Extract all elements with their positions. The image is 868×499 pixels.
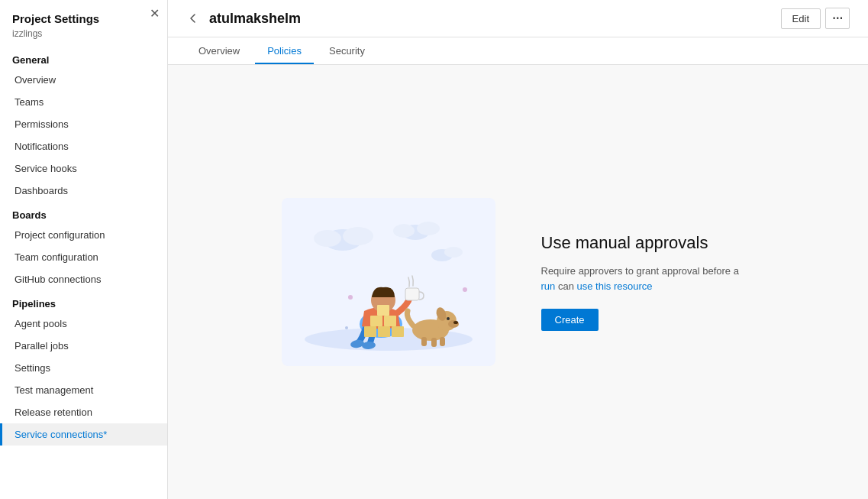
close-icon[interactable]: ✕ — [150, 6, 160, 21]
sidebar-title: Project Settings — [0, 3, 167, 28]
svg-point-8 — [444, 247, 463, 258]
topbar: atulmakshelm Edit ⋯ — [168, 0, 868, 37]
sidebar-item-overview[interactable]: Overview — [0, 69, 167, 91]
sidebar-item-service-hooks[interactable]: Service hooks — [0, 157, 167, 180]
desc-run-link[interactable]: run — [541, 280, 556, 292]
svg-point-3 — [314, 230, 341, 247]
svg-point-26 — [447, 317, 450, 320]
empty-state: Use manual approvals Require approvers t… — [282, 198, 755, 366]
tab-security[interactable]: Security — [317, 37, 377, 64]
tabs-bar: Overview Policies Security — [168, 37, 868, 65]
sidebar-item-project-configuration[interactable]: Project configuration — [0, 224, 167, 246]
main-content: atulmakshelm Edit ⋯ Overview Policies Se… — [168, 0, 868, 499]
sidebar-item-github-connections[interactable]: GitHub connections — [0, 268, 167, 290]
svg-rect-19 — [384, 316, 396, 326]
svg-point-5 — [417, 222, 440, 235]
sidebar-subtitle: izzlings — [0, 28, 167, 47]
sidebar-item-parallel-jobs[interactable]: Parallel jobs — [0, 335, 167, 357]
svg-rect-15 — [364, 326, 376, 337]
section-label-pipelines: Pipelines — [0, 290, 167, 313]
svg-rect-29 — [440, 337, 445, 346]
tab-overview[interactable]: Overview — [186, 37, 252, 64]
more-options-button[interactable]: ⋯ — [825, 8, 850, 29]
empty-state-illustration — [282, 198, 495, 366]
more-icon: ⋯ — [832, 12, 843, 24]
svg-rect-28 — [431, 338, 437, 347]
svg-point-30 — [348, 295, 353, 300]
svg-rect-18 — [370, 316, 382, 326]
svg-rect-27 — [421, 337, 427, 346]
empty-state-description: Require approvers to grant approval befo… — [541, 264, 755, 293]
empty-state-text: Use manual approvals Require approvers t… — [541, 233, 755, 331]
sidebar-item-agent-pools[interactable]: Agent pools — [0, 313, 167, 335]
sidebar-item-team-configuration[interactable]: Team configuration — [0, 246, 167, 268]
svg-rect-14 — [405, 288, 419, 300]
back-button[interactable] — [186, 11, 200, 25]
edit-button[interactable]: Edit — [781, 8, 821, 29]
sidebar-item-service-connections[interactable]: Service connections* — [0, 423, 167, 446]
create-button[interactable]: Create — [541, 309, 599, 331]
tab-policies[interactable]: Policies — [255, 37, 314, 64]
desc-use-link[interactable]: use this resource — [576, 280, 652, 292]
sidebar: Project Settings izzlings ✕ General Over… — [0, 0, 168, 499]
sidebar-item-dashboards[interactable]: Dashboards — [0, 180, 167, 202]
svg-point-32 — [345, 326, 348, 329]
desc-text-1: Require approvers to grant approval befo… — [541, 265, 739, 277]
svg-point-2 — [343, 227, 373, 245]
section-label-boards: Boards — [0, 202, 167, 224]
topbar-actions: Edit ⋯ — [781, 8, 850, 29]
svg-rect-16 — [378, 326, 390, 337]
svg-rect-17 — [392, 326, 404, 337]
svg-point-31 — [463, 287, 467, 292]
page-title: atulmakshelm — [209, 11, 781, 27]
section-label-general: General — [0, 47, 167, 69]
sidebar-item-release-retention[interactable]: Release retention — [0, 401, 167, 423]
svg-point-25 — [453, 321, 458, 324]
svg-point-6 — [393, 224, 415, 238]
content-area: Use manual approvals Require approvers t… — [168, 65, 868, 499]
svg-rect-20 — [377, 305, 389, 316]
sidebar-item-permissions[interactable]: Permissions — [0, 113, 167, 135]
sidebar-item-settings[interactable]: Settings — [0, 357, 167, 379]
empty-state-title: Use manual approvals — [541, 233, 755, 253]
sidebar-item-teams[interactable]: Teams — [0, 91, 167, 113]
desc-text-2: can — [555, 280, 576, 292]
sidebar-item-notifications[interactable]: Notifications — [0, 135, 167, 157]
sidebar-item-test-management[interactable]: Test management — [0, 379, 167, 401]
